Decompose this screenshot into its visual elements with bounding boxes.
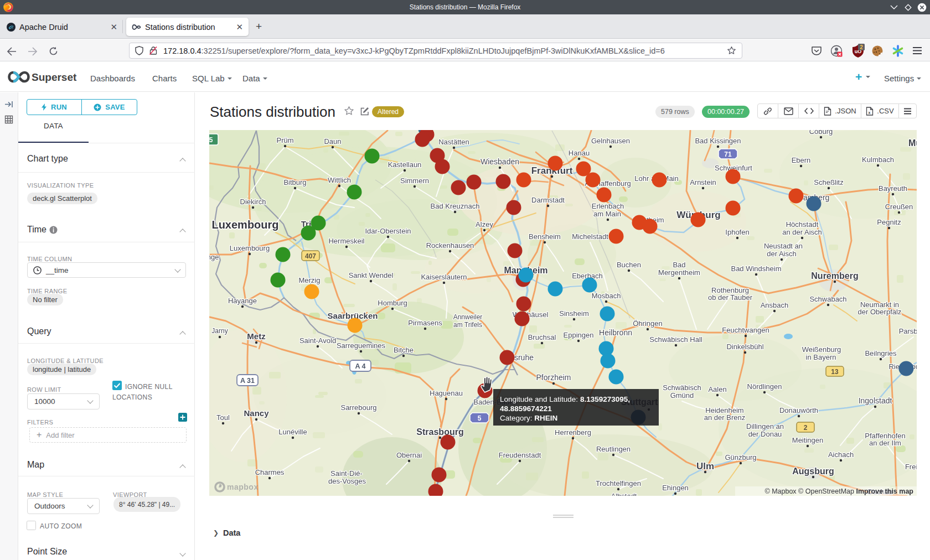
svg-text:Ansbach: Ansbach — [761, 301, 789, 309]
svg-text:Strasbourg: Strasbourg — [416, 427, 463, 437]
svg-text:© Mapbox © OpenStreetMap Impro: © Mapbox © OpenStreetMap Improve this ma… — [764, 488, 913, 495]
svg-text:Kaiserslautern: Kaiserslautern — [421, 273, 467, 281]
svg-text:71: 71 — [724, 151, 732, 158]
svg-text:München: München — [908, 138, 917, 148]
svg-text:Freising: Freising — [905, 463, 917, 471]
svg-text:Weißenburg: Weißenburg — [802, 345, 841, 354]
svg-text:Longitude and Latitude: 8.1359: Longitude and Latitude: 8.1359273095, — [500, 395, 630, 403]
svg-text:Ulm: Ulm — [696, 461, 714, 471]
svg-text:Bayreuth: Bayreuth — [879, 184, 907, 193]
svg-text:Daun: Daun — [324, 137, 341, 146]
svg-text:Nancy: Nancy — [244, 408, 269, 418]
svg-text:Charmes: Charmes — [255, 468, 285, 476]
svg-text:Obernai: Obernai — [396, 451, 422, 459]
svg-text:Homburg: Homburg — [378, 299, 407, 307]
svg-text:Bitburg: Bitburg — [283, 178, 306, 186]
svg-text:Metz: Metz — [247, 331, 265, 341]
svg-text:Schwäbisch: Schwäbisch — [663, 383, 701, 392]
svg-text:Sarreguemines: Sarreguemines — [337, 341, 386, 350]
svg-text:Coburg: Coburg — [809, 130, 833, 136]
svg-text:Kulmbach: Kulmbach — [862, 155, 894, 164]
svg-text:Trochtelfingen: Trochtelfingen — [596, 479, 641, 488]
svg-text:der Donau: der Donau — [748, 430, 782, 438]
svg-text:Augsburg: Augsburg — [792, 466, 834, 476]
svg-text:Wiesbaden: Wiesbaden — [480, 157, 519, 166]
svg-text:Sankt Wendel: Sankt Wendel — [349, 271, 394, 279]
svg-text:Erlenbach: Erlenbach — [592, 202, 624, 210]
svg-text:Mosbach: Mosbach — [592, 292, 621, 300]
svg-text:Ehingen: Ehingen — [662, 484, 689, 492]
svg-text:Bitche: Bitche — [394, 346, 414, 354]
svg-text:2: 2 — [804, 424, 808, 432]
svg-text:Creußen: Creußen — [885, 203, 913, 211]
svg-text:Bad Windsheim: Bad Windsheim — [731, 265, 781, 273]
svg-text:48.8859674221: 48.8859674221 — [500, 405, 552, 413]
svg-text:Diekirch: Diekirch — [240, 198, 266, 206]
svg-text:Saint-Avold: Saint-Avold — [299, 336, 336, 345]
svg-text:Gmünd: Gmünd — [670, 391, 694, 400]
svg-text:Sarrebourg: Sarrebourg — [340, 403, 376, 412]
svg-text:Pirmasens: Pirmasens — [408, 319, 442, 327]
svg-text:5: 5 — [209, 136, 213, 144]
svg-text:an der Aisch: an der Aisch — [782, 228, 822, 236]
svg-text:am Main: am Main — [593, 210, 621, 218]
svg-text:Aalen: Aalen — [708, 385, 726, 393]
svg-text:Arnstein: Arnstein — [690, 178, 716, 186]
svg-text:Pforzheim: Pforzheim — [536, 373, 571, 382]
svg-text:5: 5 — [478, 414, 482, 422]
svg-text:Sinsheim: Sinsheim — [559, 309, 588, 318]
svg-text:ob der Tauber: ob der Tauber — [708, 293, 753, 302]
svg-text:Pegnitz: Pegnitz — [877, 218, 901, 226]
svg-text:an der Ilm: an der Ilm — [869, 439, 901, 447]
svg-text:Albstadt: Albstadt — [611, 492, 637, 496]
svg-text:Dinkelsbühl: Dinkelsbühl — [726, 343, 763, 351]
svg-text:Haguenau: Haguenau — [430, 389, 463, 397]
svg-text:Ebern: Ebern — [792, 156, 811, 164]
svg-text:Mergentheim: Mergentheim — [658, 268, 700, 277]
svg-text:Aichach: Aichach — [828, 450, 854, 459]
svg-text:ange: ange — [209, 253, 219, 261]
svg-text:Heilbronn: Heilbronn — [599, 328, 632, 337]
svg-text:Luxembourg: Luxembourg — [211, 219, 278, 231]
svg-text:Simmern: Simmern — [400, 177, 429, 185]
svg-text:Toul: Toul — [216, 413, 230, 422]
svg-text:Freudenstadt: Freudenstadt — [499, 451, 541, 459]
svg-text:Lunéville: Lunéville — [278, 428, 307, 436]
svg-text:Beilngries: Beilngries — [865, 349, 897, 357]
svg-text:Bruchsal: Bruchsal — [528, 333, 556, 341]
svg-text:Neustadt an: Neustadt an — [764, 242, 803, 250]
svg-text:Nördlingen: Nördlingen — [747, 382, 782, 391]
svg-text:Öhringen: Öhringen — [633, 319, 662, 328]
svg-text:Buchen: Buchen — [617, 261, 641, 269]
svg-text:Saint-Dié-: Saint-Dié- — [330, 469, 363, 478]
svg-text:Iphofen: Iphofen — [725, 228, 749, 236]
svg-text:Reutlingen: Reutlingen — [596, 445, 631, 453]
svg-text:Bensheim: Bensheim — [529, 232, 561, 241]
svg-text:Nastätten: Nastätten — [438, 138, 469, 146]
svg-text:Hayange: Hayange — [228, 297, 257, 305]
svg-text:Herrenberg: Herrenberg — [555, 428, 591, 437]
svg-text:Schwabach: Schwabach — [809, 295, 846, 303]
svg-text:Dillingen an: Dillingen an — [746, 422, 784, 431]
svg-text:Scheßlitz: Scheßlitz — [814, 178, 843, 186]
svg-text:Michelstadt: Michelstadt — [572, 232, 608, 241]
svg-text:13: 13 — [831, 368, 839, 376]
svg-text:in Bayern: in Bayern — [806, 353, 836, 361]
svg-text:Günzburg: Günzburg — [725, 453, 756, 462]
svg-text:Merzig: Merzig — [298, 276, 320, 284]
svg-text:Feuchtwangen: Feuchtwangen — [722, 326, 769, 334]
svg-text:Hanau: Hanau — [569, 149, 590, 157]
svg-text:mapbox: mapbox — [227, 483, 259, 491]
svg-text:A 31: A 31 — [240, 377, 255, 385]
svg-text:Idar-Oberstein: Idar-Oberstein — [365, 227, 411, 235]
svg-text:Gelnhausen: Gelnhausen — [591, 137, 630, 145]
svg-text:Nuremberg: Nuremberg — [811, 271, 858, 281]
svg-text:Hermeskeil: Hermeskeil — [328, 237, 364, 245]
svg-text:des-Vosges: des-Vosges — [328, 477, 366, 485]
svg-text:Ingolstadt: Ingolstadt — [859, 396, 892, 405]
svg-text:an der Brenz: an der Brenz — [704, 413, 745, 422]
svg-text:der Aisch: der Aisch — [767, 250, 796, 258]
svg-text:Wittlich: Wittlich — [328, 176, 351, 184]
svg-text:Category: RHEIN: Category: RHEIN — [500, 414, 557, 422]
svg-text:Prüm: Prüm — [276, 136, 293, 144]
